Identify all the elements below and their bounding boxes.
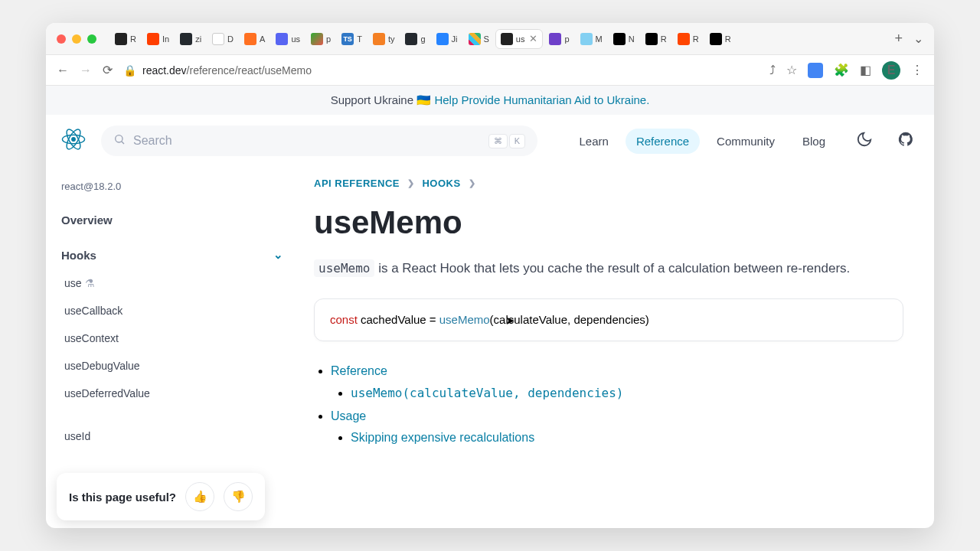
url-field[interactable]: 🔒 react.dev/reference/react/useMemo — [123, 64, 759, 77]
table-of-contents: Reference useMemo(calculateValue, depend… — [314, 364, 903, 445]
experimental-icon: ⚗ — [85, 277, 95, 289]
browser-tab[interactable]: S — [464, 29, 494, 49]
favicon — [405, 33, 417, 45]
share-icon[interactable]: ⤴ — [769, 64, 776, 77]
favicon — [710, 33, 722, 45]
browser-tab[interactable]: R — [673, 29, 704, 49]
nav-link-blog[interactable]: Blog — [792, 129, 836, 154]
toc-reference-sig[interactable]: useMemo(calculateValue, dependencies) — [351, 386, 623, 399]
ukraine-banner: Support Ukraine 🇺🇦 Help Provide Humanita… — [46, 86, 934, 115]
toc-reference[interactable]: Reference — [331, 364, 387, 377]
minimize-window[interactable] — [72, 34, 81, 44]
new-tab-button[interactable]: + — [890, 31, 907, 47]
forward-button[interactable]: → — [80, 64, 92, 77]
close-window[interactable] — [57, 34, 66, 44]
react-version[interactable]: react@18.2.0 — [57, 178, 288, 195]
search-placeholder: Search — [133, 134, 172, 148]
page-title: useMemo — [314, 204, 903, 241]
search-input[interactable]: Search ⌘K — [101, 126, 537, 156]
sidebar-item[interactable]: useCallback — [57, 297, 288, 324]
reload-button[interactable]: ⟳ — [103, 63, 113, 77]
sidebar: react@18.2.0 Overview Hooks ⌄ use⚗useCal… — [46, 167, 299, 528]
site-header: Search ⌘K LearnReferenceCommunityBlog — [46, 115, 934, 167]
browser-tab[interactable]: R — [641, 29, 671, 49]
browser-tab[interactable]: zi — [175, 29, 206, 49]
extensions-icon[interactable]: 🧩 — [834, 63, 849, 77]
browser-tab[interactable]: N — [609, 29, 639, 49]
favicon — [276, 33, 288, 45]
browser-window: RInziDAuspTSTtygJiSus✕pMNRRR + ⌄ ← → ⟳ 🔒… — [46, 23, 934, 528]
page-description: useMemo is a React Hook that lets you ca… — [314, 258, 903, 279]
favicon — [180, 33, 192, 45]
tabs-dropdown-icon[interactable]: ⌄ — [913, 31, 923, 46]
maximize-window[interactable] — [87, 34, 96, 44]
favicon — [613, 33, 626, 45]
nav-link-reference[interactable]: Reference — [626, 129, 700, 154]
banner-link[interactable]: Help Provide Humanitarian Aid to Ukraine… — [434, 93, 649, 106]
browser-tab[interactable]: M — [576, 29, 607, 49]
browser-tab[interactable]: us✕ — [495, 29, 544, 49]
feedback-question: Is this page useful? — [69, 491, 176, 504]
sidebar-section-hooks[interactable]: Hooks ⌄ — [57, 240, 288, 269]
chevron-right-icon: ❯ — [469, 178, 476, 188]
extension-icon[interactable] — [808, 63, 823, 78]
favicon — [580, 33, 593, 45]
browser-tab[interactable]: TST — [337, 29, 367, 49]
breadcrumb: API REFERENCE ❯ HOOKS ❯ — [314, 178, 903, 189]
feedback-widget: Is this page useful? 👍 👎 — [57, 473, 265, 520]
svg-point-4 — [116, 135, 122, 142]
url-domain: react.dev — [142, 64, 187, 77]
browser-tab[interactable]: us — [271, 29, 305, 49]
profile-avatar[interactable]: E — [882, 61, 900, 80]
toc-usage-1[interactable]: Skipping expensive recalculations — [351, 431, 534, 444]
github-icon[interactable] — [893, 126, 919, 155]
browser-tab[interactable]: R — [705, 29, 736, 49]
window-controls — [57, 34, 96, 44]
sidebar-item[interactable]: useContext — [57, 324, 288, 352]
sidebar-item[interactable] — [57, 407, 288, 422]
thumbs-up-button[interactable]: 👍 — [185, 482, 214, 511]
sidebar-item[interactable]: useDeferredValue — [57, 380, 288, 407]
browser-tab[interactable]: R — [110, 29, 141, 49]
thumbs-down-button[interactable]: 👎 — [224, 482, 253, 511]
browser-tab[interactable]: D — [207, 29, 238, 49]
sidepanel-icon[interactable]: ◧ — [860, 63, 871, 77]
react-logo-icon[interactable] — [61, 127, 86, 155]
breadcrumb-hooks[interactable]: HOOKS — [422, 178, 460, 189]
tab-strip: RInziDAuspTSTtygJiSus✕pMNRRR — [110, 29, 884, 49]
description-text: is a React Hook that lets you cache the … — [374, 261, 850, 276]
chevron-right-icon: ❯ — [407, 178, 415, 188]
search-icon — [113, 133, 126, 148]
menu-icon[interactable]: ⋮ — [911, 63, 923, 77]
toc-usage[interactable]: Usage — [331, 409, 366, 422]
nav-link-learn[interactable]: Learn — [569, 129, 619, 154]
browser-tab[interactable]: p — [544, 29, 573, 49]
page-content: Support Ukraine 🇺🇦 Help Provide Humanita… — [46, 86, 934, 528]
browser-tab[interactable]: p — [306, 29, 335, 49]
sidebar-item-overview[interactable]: Overview — [57, 206, 288, 234]
browser-tab[interactable]: g — [400, 29, 430, 49]
sidebar-item[interactable]: use⚗ — [57, 269, 288, 297]
favicon — [147, 33, 159, 45]
browser-tab[interactable]: In — [142, 29, 174, 49]
code-block: const cachedValue = useMemo(calculateVal… — [314, 298, 903, 341]
breadcrumb-api[interactable]: API REFERENCE — [314, 178, 400, 189]
theme-toggle-icon[interactable] — [851, 126, 877, 155]
favicon — [244, 33, 256, 45]
back-button[interactable]: ← — [57, 64, 69, 77]
browser-tab[interactable]: ty — [368, 29, 400, 49]
bookmark-icon[interactable]: ☆ — [786, 63, 797, 77]
favicon — [501, 33, 513, 45]
sidebar-item[interactable]: useDebugValue — [57, 352, 288, 380]
favicon — [436, 33, 449, 45]
browser-tab[interactable]: A — [240, 29, 270, 49]
nav-link-community[interactable]: Community — [706, 129, 786, 154]
inline-code: useMemo — [314, 259, 374, 277]
article: API REFERENCE ❯ HOOKS ❯ useMemo useMemo … — [299, 167, 934, 528]
close-tab-icon[interactable]: ✕ — [529, 34, 537, 44]
sidebar-item[interactable]: useId — [57, 422, 288, 450]
titlebar: RInziDAuspTSTtygJiSus✕pMNRRR + ⌄ — [46, 23, 934, 55]
favicon — [549, 33, 561, 45]
nav-links: LearnReferenceCommunityBlog — [569, 129, 836, 154]
browser-tab[interactable]: Ji — [432, 29, 462, 49]
